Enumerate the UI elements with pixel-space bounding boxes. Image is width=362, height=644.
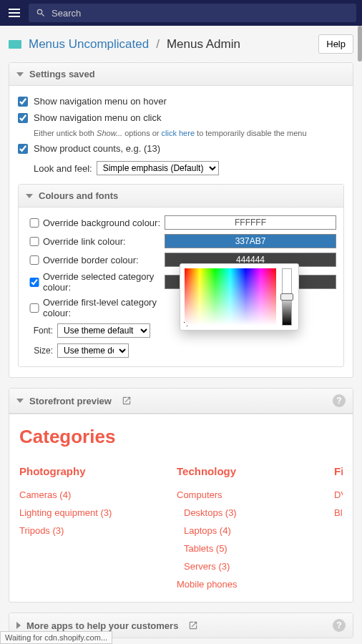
lookfeel-select[interactable]: Simple emphasis (Default) [97,161,219,175]
colours-header[interactable]: Colours and fonts [19,185,343,208]
value-slider[interactable] [282,268,292,326]
color-picker-popup[interactable] [180,263,299,331]
col-film-header[interactable]: Film [334,465,343,477]
topbar [0,0,362,26]
chevron-down-icon [16,399,24,403]
checkbox-border-colour[interactable] [26,255,43,265]
settings-header-text: Settings saved [29,69,95,79]
size-label: Size: [26,346,53,356]
colorpicker-cursor-icon[interactable] [184,319,191,326]
chip-bg-colour[interactable]: FFFFFF [165,215,336,230]
search-input[interactable] [52,8,349,19]
external-link-icon[interactable] [122,396,132,406]
disable-menu-link[interactable]: click here [162,129,195,137]
link-lighting[interactable]: Lighting equipment (3) [19,504,148,522]
label-border-colour: Override border colour: [43,255,165,265]
checkbox-link-colour[interactable] [26,237,43,246]
search-icon [36,8,46,18]
settings-panel-header[interactable]: Settings saved [9,63,353,86]
link-blur[interactable]: Blu-r [334,504,343,522]
font-select[interactable]: Use theme default [57,323,150,338]
scrollbar-thumb[interactable] [358,26,362,62]
checkbox-counts[interactable] [18,144,28,154]
col-photography-header[interactable]: Photography [19,465,148,477]
breadcrumb-app-link[interactable]: Menus Uncomplicated [29,37,149,52]
chevron-down-icon [26,194,33,198]
breadcrumb-separator: / [156,37,160,52]
checkbox-bg-colour[interactable] [26,218,43,228]
link-tablets[interactable]: Tablets (5) [177,540,305,557]
status-bar: Waiting for cdn.shopify.com... [0,631,112,644]
label-selected-colour: Override selected category colour: [43,271,165,293]
link-laptops[interactable]: Laptops (4) [177,522,305,540]
size-select[interactable]: Use theme default [57,343,129,358]
preview-header[interactable]: Storefront preview ? [9,389,353,414]
label-first-colour: Override first-level category colour: [43,297,165,318]
value-slider-thumb[interactable] [280,293,293,301]
link-servers[interactable]: Servers (3) [177,557,305,575]
checkbox-click[interactable] [18,113,28,123]
help-icon[interactable]: ? [333,394,346,407]
link-desktops[interactable]: Desktops (3) [177,504,305,522]
label-bg-colour: Override background colour: [43,218,165,228]
chip-link-colour[interactable]: 337AB7 [165,234,336,248]
lookfeel-label: Look and feel: [34,163,92,174]
settings-panel: Settings saved Show navigation menu on h… [9,62,353,378]
app-icon [9,40,21,49]
untick-hint: Either untick both Show... options or cl… [34,129,307,137]
external-link-icon[interactable] [188,620,198,630]
col-technology-header[interactable]: Technology [177,465,305,477]
label-link-colour: Override link colour: [43,236,165,247]
help-button[interactable]: Help [318,34,353,54]
link-dvd[interactable]: DVD [334,486,343,504]
chevron-right-icon [16,622,21,629]
chevron-down-icon [16,72,24,77]
label-hover: Show navigation menu on hover [34,96,167,107]
link-mobile[interactable]: Mobile phones [177,575,305,593]
checkbox-selected-colour[interactable] [26,278,43,287]
link-computers[interactable]: Computers [177,486,305,504]
breadcrumb-current: Menus Admin [167,37,240,52]
label-counts: Show product counts, e.g. (13) [34,143,160,154]
breadcrumb: Menus Uncomplicated / Menus Admin Help [0,26,362,62]
checkbox-hover[interactable] [18,97,28,107]
label-click: Show navigation menu on click [34,112,162,123]
hamburger-menu-icon[interactable] [6,4,23,21]
help-icon[interactable]: ? [333,619,346,632]
hue-saturation-area[interactable] [185,268,276,326]
link-tripods[interactable]: Tripods (3) [19,522,148,540]
colours-panel: Colours and fonts Override background co… [18,184,344,367]
preview-panel: Storefront preview ? Categories Photogra… [9,388,353,602]
checkbox-first-colour[interactable] [26,303,43,313]
font-label: Font: [26,326,53,336]
link-cameras[interactable]: Cameras (4) [19,486,148,504]
categories-title: Categories [19,426,343,448]
search-box[interactable] [29,4,356,22]
